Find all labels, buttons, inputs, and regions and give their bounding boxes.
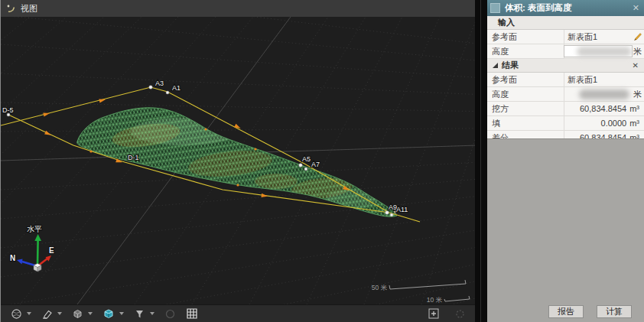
3d-viewport[interactable]: D-5 A3 A1 D-1 A5 A7 A9 A11	[1, 17, 475, 304]
viewport-tabbar: 视图	[1, 0, 475, 17]
reference-surface-label: 参考面	[487, 30, 564, 44]
view-cube-dropdown-icon[interactable]	[119, 312, 124, 315]
3d-box-icon[interactable]	[72, 308, 83, 320]
add-view-icon[interactable]	[428, 307, 440, 320]
point-label: A3	[155, 80, 164, 87]
point-label: A1	[172, 84, 181, 92]
view-cube-icon[interactable]	[102, 307, 115, 320]
elevation-unit: 米	[633, 44, 642, 58]
fill-volume-label: 填	[487, 116, 564, 130]
cut-volume-number: 60,834.8454	[580, 104, 626, 113]
axis-north-label: N	[10, 254, 15, 262]
result-reference-surface-text: 新表面1	[568, 74, 597, 86]
reference-surface-row: 参考面 新表面1	[487, 30, 644, 44]
scale-minor-label: 10 米	[427, 296, 443, 304]
viewport-toolbar	[1, 304, 487, 322]
scale-major-label: 50 米	[372, 284, 388, 291]
fill-volume-value: 0.0000 m³	[564, 116, 644, 130]
tab-view-label: 视图	[21, 3, 37, 15]
panel-title: 体积: 表面到高度	[505, 2, 572, 14]
point-label: D-5	[2, 106, 14, 114]
cut-volume-row: 挖方 60,834.8454 m³	[487, 102, 644, 116]
result-reference-surface-label: 参考面	[487, 73, 564, 86]
result-reference-surface-value: 新表面1	[564, 73, 644, 86]
redacted-value	[577, 47, 632, 57]
input-section-header[interactable]: 输入	[487, 16, 644, 30]
panel-title-bar[interactable]: 体积: 表面到高度 ✕	[487, 0, 644, 16]
fill-volume-unit: m³	[629, 119, 639, 128]
erase-dropdown-icon[interactable]	[57, 312, 62, 315]
pan-icon[interactable]	[454, 308, 466, 320]
elevation-value-cell: 米	[564, 44, 644, 58]
grid-icon[interactable]	[186, 307, 198, 320]
elevation-input-row: 高度 米	[487, 44, 644, 59]
panel-close-icon[interactable]: ✕	[633, 3, 639, 13]
point-label: A11	[396, 206, 408, 213]
erase-icon[interactable]	[41, 308, 53, 320]
app-window: 视图	[0, 0, 644, 322]
axis-up-label: 水平	[27, 225, 42, 233]
redacted-value	[579, 89, 629, 99]
axis-east-label: E	[49, 246, 54, 255]
cut-volume-unit: m³	[629, 104, 639, 113]
tab-view[interactable]: 视图	[1, 3, 37, 15]
panel-icon	[490, 3, 500, 13]
point-label: A7	[311, 161, 320, 168]
fill-volume-row: 填 0.0000 m³	[487, 116, 644, 131]
result-elevation-unit: 米	[633, 87, 642, 101]
3d-box-dropdown-icon[interactable]	[88, 312, 93, 315]
elevation-label: 高度	[487, 44, 564, 58]
report-button[interactable]: 报告	[548, 305, 584, 318]
input-section-label: 输入	[498, 17, 515, 28]
result-elevation-row: 高度 米	[487, 87, 644, 102]
panel-filler: 报告 计算	[487, 138, 644, 322]
filter-dropdown-icon[interactable]	[150, 312, 154, 315]
cut-volume-value: 60,834.8454 m³	[564, 102, 644, 115]
panel-button-row: 报告 计算	[548, 305, 632, 318]
reference-surface-value: 新表面1	[568, 31, 597, 43]
axis-gizmo[interactable]: 水平 N E	[10, 225, 54, 272]
volume-panel: 体积: 表面到高度 ✕ 输入 参考面 新表面1 高度 米	[487, 0, 644, 322]
display-style-dropdown-icon[interactable]	[27, 312, 31, 315]
reference-surface-value-cell[interactable]: 新表面1	[564, 30, 644, 44]
result-clear-icon[interactable]: ✕	[633, 61, 639, 70]
selection-icon[interactable]	[164, 308, 176, 320]
collapse-triangle-icon[interactable]	[493, 63, 498, 68]
point-label: A5	[302, 155, 311, 163]
cut-volume-label: 挖方	[487, 102, 564, 115]
filter-icon[interactable]	[134, 308, 145, 320]
view-tab-icon	[6, 4, 16, 14]
origin-cube	[34, 264, 41, 272]
result-elevation-value: 米	[564, 87, 644, 101]
result-section-header[interactable]: 结果 ✕	[487, 59, 644, 73]
result-reference-surface-row: 参考面 新表面1	[487, 73, 644, 87]
panel-splitter[interactable]	[475, 0, 487, 322]
result-elevation-label: 高度	[487, 87, 564, 101]
point-label: D-1	[128, 154, 139, 161]
calculate-button[interactable]: 计算	[597, 305, 632, 318]
result-section-label: 结果	[502, 60, 519, 71]
edit-pencil-icon[interactable]	[632, 31, 642, 42]
fill-volume-number: 0.0000	[601, 119, 627, 128]
display-style-icon[interactable]	[11, 308, 22, 320]
